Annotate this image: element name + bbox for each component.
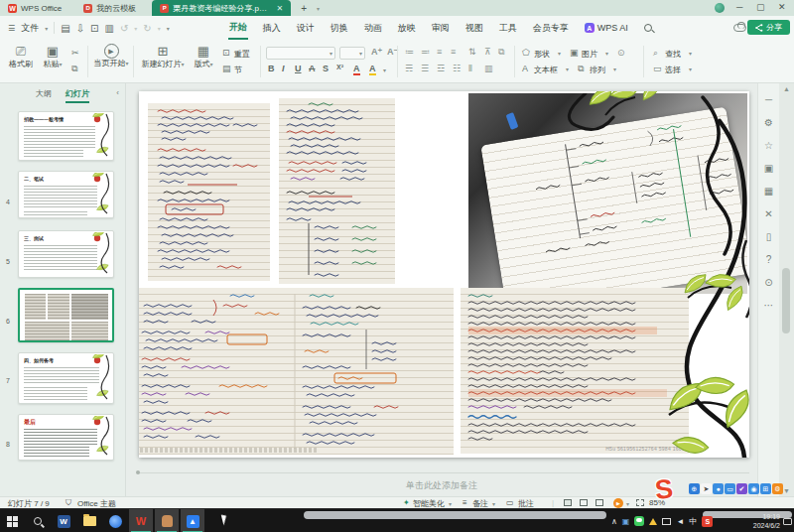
font-color-button[interactable]: A (353, 64, 360, 75)
scroll-down-icon[interactable]: ▼ (783, 487, 790, 494)
slides-tab[interactable]: 幻灯片 (66, 86, 89, 103)
font-size-select[interactable]: ▾ (339, 47, 365, 60)
display-icon[interactable] (662, 518, 671, 525)
slide-thumbnail-6[interactable]: 三、面试 (18, 230, 114, 278)
wps-home-tab[interactable]: W WPS Office (0, 0, 69, 16)
microphone-icon[interactable]: ● (713, 483, 724, 494)
notes-splitter[interactable] (139, 472, 749, 473)
line-spacing-icon[interactable]: ⇅ (468, 47, 476, 57)
highlight-color-button[interactable]: A (369, 64, 376, 75)
tray-image-icon[interactable]: ▣ (622, 517, 630, 526)
align-center-icon[interactable]: ☰ (421, 64, 429, 73)
picture-dropdown-icon[interactable]: ▾ (605, 50, 608, 57)
qat-more-icon[interactable]: ▾ (167, 25, 170, 32)
new-slide-dropdown-icon[interactable]: ▾ (181, 62, 184, 67)
tab-animation[interactable]: 动画 (363, 18, 383, 39)
outline-tab[interactable]: 大纲 (36, 86, 52, 103)
notes-photo-3[interactable] (468, 93, 747, 294)
docer-tab[interactable]: D 我的云模板 (75, 0, 144, 16)
tab-tools[interactable]: 工具 (498, 18, 518, 39)
vertical-scrollbar[interactable]: ▲ ▼ (779, 83, 794, 496)
slide-thumbnail-5[interactable]: 二、笔试 (18, 171, 114, 218)
reset-label[interactable]: 重置 (234, 49, 250, 60)
notes-photo-2[interactable] (279, 98, 395, 284)
justify-icon[interactable]: ☷ (453, 64, 461, 73)
scrollbar-thumb[interactable] (782, 268, 790, 333)
maximize-button[interactable]: ▢ (756, 2, 765, 12)
print-preview-icon[interactable]: ▥ (104, 23, 113, 34)
notes-photo-1[interactable] (148, 103, 270, 281)
textbox-dropdown-icon[interactable]: ▾ (566, 66, 569, 72)
close-document-icon[interactable]: ✕ (277, 4, 284, 13)
hamburger-menu-icon[interactable]: ☰ (8, 24, 15, 33)
notes-photo-4[interactable] (139, 288, 454, 455)
notes-photo-5[interactable]: H5u 5619561252764 5984 1603 (461, 288, 689, 454)
columns-icon[interactable]: ⫴ (468, 64, 472, 74)
play-dropdown-icon[interactable]: ▾ (125, 61, 128, 66)
action-center-icon[interactable] (783, 518, 792, 525)
tab-list-icon[interactable]: ▾ (317, 5, 320, 12)
normal-view-icon[interactable] (564, 499, 572, 506)
undo-icon[interactable]: ↺ (120, 23, 128, 34)
fit-slide-icon[interactable] (636, 499, 644, 506)
tab-insert[interactable]: 插入 (262, 18, 282, 39)
paste-dropdown-icon[interactable]: ▾ (59, 62, 62, 67)
font-more-dropdown-icon[interactable]: ▾ (383, 66, 386, 73)
paste-button[interactable]: ▣ 粘贴▾ (38, 44, 67, 69)
align-left-icon[interactable]: ☴ (405, 64, 413, 73)
play-from-current-button[interactable]: ▶ 当页开始▾ (93, 44, 129, 68)
layout-button[interactable]: ▦ 版式▾ (189, 44, 218, 69)
close-window-button[interactable]: ✕ (778, 2, 786, 12)
font-name-select[interactable]: ▾ (266, 47, 335, 60)
textbox-label[interactable]: 文本框 (534, 65, 558, 75)
find-dropdown-icon[interactable]: ▾ (689, 50, 692, 57)
text-direction-icon[interactable]: ⊼ (484, 47, 491, 57)
notes-dropdown-icon[interactable]: ▾ (492, 500, 495, 507)
new-slide-button[interactable]: ⊞ 新建幻灯片▾ (139, 44, 187, 69)
layout-dropdown-icon[interactable]: ▾ (209, 62, 212, 67)
italic-button[interactable]: I (282, 64, 285, 73)
target-tool-icon[interactable]: ◉ (748, 483, 759, 494)
picture-icon[interactable]: ▣ (570, 48, 579, 58)
favorites-icon[interactable]: ☆ (764, 141, 773, 151)
history-icon[interactable]: ⊙ (764, 278, 772, 288)
document-tab[interactable]: P 栗丹教资考编经验分享.pptx ✕ (152, 0, 291, 16)
search-icon[interactable] (644, 24, 652, 32)
avatar-insert-icon[interactable]: ⊙ (617, 48, 625, 58)
find-label[interactable]: 查找 (665, 49, 681, 60)
sogou-icon[interactable]: S (702, 516, 713, 527)
reading-view-icon[interactable] (596, 499, 603, 506)
new-tab-button[interactable]: + (301, 3, 307, 14)
input-method-icon[interactable]: ⊕ (689, 483, 700, 494)
beautify-dropdown-icon[interactable]: ▾ (449, 500, 452, 507)
align-right-icon[interactable]: ☲ (437, 64, 445, 73)
cut-icon[interactable]: ✂ (71, 48, 79, 58)
grid-tool-icon[interactable]: ⊞ (760, 483, 771, 494)
numbering-icon[interactable]: ≕ (421, 47, 430, 57)
find-icon[interactable]: ⌕ (653, 48, 658, 59)
arrange-label[interactable]: 排列 (590, 65, 605, 75)
shapes-dropdown-icon[interactable]: ▾ (558, 50, 561, 57)
tab-view[interactable]: 视图 (464, 18, 484, 39)
tab-wps-ai[interactable]: A WPS AI (584, 19, 629, 37)
bold-button[interactable]: B (268, 64, 275, 73)
increase-font-icon[interactable]: A⁺ (371, 47, 382, 57)
tab-design[interactable]: 设计 (296, 18, 316, 39)
screen-share-icon[interactable]: ▭ (725, 483, 735, 494)
file-menu[interactable]: 文件 (21, 22, 39, 35)
arrange-dropdown-icon[interactable]: ▾ (613, 66, 616, 72)
taskbar-search-button[interactable] (26, 509, 50, 532)
start-button[interactable] (0, 509, 24, 532)
floating-s-logo[interactable]: S (653, 473, 674, 506)
textbox-icon[interactable]: A (522, 64, 528, 73)
properties-icon[interactable]: ⚙ (764, 118, 773, 128)
user-avatar[interactable] (715, 3, 725, 13)
play-mode-dropdown-icon[interactable]: ▾ (626, 500, 629, 507)
collapse-rail-icon[interactable]: ─ (765, 95, 772, 105)
taskbar-clock[interactable]: 19:19 2024/6/2 (753, 512, 780, 530)
taskbar-meeting-app[interactable]: ▲ (181, 509, 204, 532)
save-icon[interactable]: ▤ (61, 23, 69, 34)
slide-7-canvas[interactable]: H5u 5619561252764 5984 1603 (139, 91, 749, 458)
more-panels-icon[interactable]: ⋯ (764, 301, 774, 311)
cut-panel-icon[interactable]: ✕ (764, 209, 772, 219)
